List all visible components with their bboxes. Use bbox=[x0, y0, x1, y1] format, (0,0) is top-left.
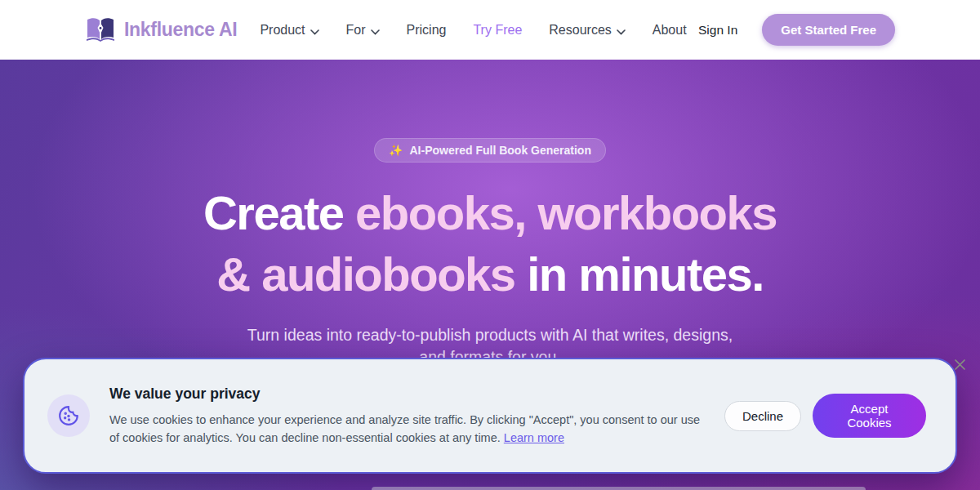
cookie-body-line1: We use cookies to enhance your experienc… bbox=[109, 413, 700, 426]
nav-item-try-free[interactable]: Try Free bbox=[473, 23, 522, 38]
hero-card-top-edge bbox=[372, 487, 866, 490]
hero-badge-label: AI-Powered Full Book Generation bbox=[410, 144, 591, 157]
hero-subtitle-line1: Turn ideas into ready-to-publish product… bbox=[0, 324, 980, 346]
brand-name: Inkfluence AI bbox=[124, 19, 237, 41]
accept-cookies-button[interactable]: Accept Cookies bbox=[813, 394, 926, 438]
cookie-banner-title: We value your privacy bbox=[109, 385, 724, 403]
heading-pink-text: ebooks, workbooks bbox=[355, 186, 777, 239]
cookie-icon bbox=[58, 405, 79, 426]
chevron-down-icon bbox=[617, 24, 626, 38]
nav-item-pricing[interactable]: Pricing bbox=[407, 23, 447, 38]
heading-white-text: Create bbox=[203, 186, 355, 239]
nav-item-product[interactable]: Product bbox=[260, 22, 318, 38]
chevron-down-icon bbox=[310, 24, 319, 38]
top-navbar: Inkfluence AI Product For Pricing Try Fr… bbox=[0, 0, 980, 60]
main-nav: Product For Pricing Try Free Resources A… bbox=[260, 22, 686, 38]
cookie-icon-circle bbox=[47, 394, 90, 437]
open-book-pen-logo-icon bbox=[85, 16, 116, 44]
nav-label: Pricing bbox=[407, 23, 447, 38]
nav-label: For bbox=[346, 23, 366, 38]
cookie-consent-banner: We value your privacy We use cookies to … bbox=[23, 358, 957, 474]
chevron-down-icon bbox=[371, 24, 380, 38]
nav-item-for[interactable]: For bbox=[346, 22, 380, 38]
learn-more-link[interactable]: Learn more bbox=[504, 431, 564, 444]
header-right: Sign In Get Started Free bbox=[698, 14, 895, 46]
nav-label: Resources bbox=[549, 23, 611, 38]
hero-heading: Create ebooks, workbooks & audiobooks in… bbox=[0, 182, 980, 305]
hero-badge: ✨ AI-Powered Full Book Generation bbox=[374, 138, 606, 163]
nav-label: Try Free bbox=[473, 23, 522, 38]
nav-item-resources[interactable]: Resources bbox=[549, 22, 625, 38]
nav-item-about[interactable]: About bbox=[653, 23, 687, 38]
cookie-body-line2: of cookies for analytics. You can declin… bbox=[109, 431, 504, 444]
sparkles-icon: ✨ bbox=[389, 144, 403, 157]
brand-logo[interactable]: Inkfluence AI bbox=[85, 16, 237, 44]
cookie-actions: Decline Accept Cookies bbox=[724, 394, 926, 438]
close-icon[interactable] bbox=[950, 354, 969, 374]
cookie-banner-body: We use cookies to enhance your experienc… bbox=[109, 411, 724, 447]
nav-label: Product bbox=[260, 23, 305, 38]
cookie-banner-text: We value your privacy We use cookies to … bbox=[109, 385, 724, 447]
heading-white-text: in minutes. bbox=[515, 247, 764, 301]
heading-pink-text: & audiobooks bbox=[216, 247, 514, 301]
get-started-button[interactable]: Get Started Free bbox=[762, 14, 895, 46]
sign-in-link[interactable]: Sign In bbox=[698, 23, 737, 38]
decline-button[interactable]: Decline bbox=[724, 401, 801, 431]
nav-label: About bbox=[653, 23, 687, 38]
